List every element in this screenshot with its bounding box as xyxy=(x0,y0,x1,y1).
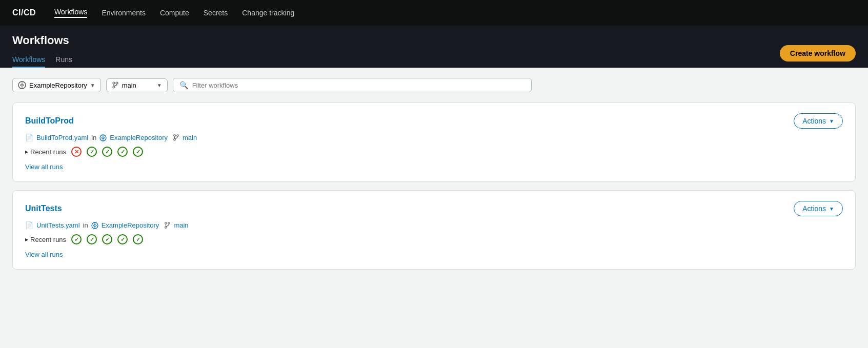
workflow-file-1[interactable]: UnitTests.yaml xyxy=(36,221,80,229)
svg-point-12 xyxy=(165,222,167,224)
run-status-1-1: ✓ xyxy=(87,234,97,244)
run-status-0-2: ✓ xyxy=(102,147,112,157)
create-workflow-button[interactable]: Create workflow xyxy=(780,45,856,62)
view-all-runs-link-0[interactable]: View all runs xyxy=(25,163,63,171)
nav-link-compute[interactable]: Compute xyxy=(160,9,189,17)
run-status-1-4: ✓ xyxy=(133,234,143,244)
repository-icon xyxy=(18,81,26,89)
recent-runs-label-0: ▶ Recent runs xyxy=(25,148,66,156)
svg-point-13 xyxy=(165,227,167,229)
actions-button-1[interactable]: Actions ▼ xyxy=(794,201,843,216)
run-status-0-1: ✓ xyxy=(87,147,97,157)
branch-icon-meta-0 xyxy=(173,134,179,141)
file-icon-1: 📄 xyxy=(25,221,33,229)
workflow-in-label-1: in xyxy=(83,221,88,229)
workflow-name-0[interactable]: BuildToProd xyxy=(25,116,74,126)
recent-runs-label-1: ▶ Recent runs xyxy=(25,236,66,243)
workflow-branch-link-0[interactable]: main xyxy=(183,134,197,141)
run-status-0-3: ✓ xyxy=(117,147,128,157)
sub-header-left: Workflows Workflows Runs xyxy=(12,34,83,68)
top-nav: CI/CD Workflows Environments Compute Sec… xyxy=(0,0,868,26)
repo-chevron-icon: ▼ xyxy=(90,83,95,88)
search-input[interactable] xyxy=(192,81,525,89)
view-all-runs-link-1[interactable]: View all runs xyxy=(25,251,63,258)
workflow-file-0[interactable]: BuildToProd.yaml xyxy=(36,134,88,141)
workflow-meta-1: 📄 UnitTests.yaml in ExampleRepository xyxy=(25,221,843,229)
sub-tabs: Workflows Runs xyxy=(12,52,83,68)
repo-icon-meta-1 xyxy=(91,222,98,229)
branch-chevron-icon: ▼ xyxy=(157,83,162,88)
nav-link-change-tracking[interactable]: Change tracking xyxy=(242,9,294,17)
svg-point-4 xyxy=(116,82,118,84)
repo-icon xyxy=(18,81,26,89)
run-status-0-4: ✓ xyxy=(133,147,143,157)
tab-runs[interactable]: Runs xyxy=(55,52,72,68)
svg-point-9 xyxy=(177,135,179,137)
workflow-repo-link-1[interactable]: ExampleRepository xyxy=(102,221,159,229)
workflow-card-1: UnitTests Actions ▼ 📄 UnitTests.yaml in … xyxy=(12,190,856,270)
workflow-in-label-0: in xyxy=(91,134,96,141)
nav-link-workflows[interactable]: Workflows xyxy=(54,8,87,18)
svg-point-8 xyxy=(174,139,176,141)
search-icon: 🔍 xyxy=(179,81,188,89)
branch-icon-meta-1 xyxy=(164,222,171,229)
recent-runs-row-1: ▶ Recent runs ✓✓✓✓✓ xyxy=(25,234,843,244)
view-all-container-0: View all runs xyxy=(25,162,843,171)
repository-dropdown[interactable]: ExampleRepository ▼ xyxy=(12,78,101,92)
tab-workflows[interactable]: Workflows xyxy=(12,52,45,68)
file-icon-0: 📄 xyxy=(25,134,33,141)
workflow-cards-container: BuildToProd Actions ▼ 📄 BuildToProd.yaml… xyxy=(12,103,856,270)
workflow-meta-0: 📄 BuildToProd.yaml in ExampleRepository xyxy=(25,134,843,141)
page-title: Workflows xyxy=(12,34,83,47)
actions-button-0[interactable]: Actions ▼ xyxy=(794,113,843,129)
triangle-icon-1: ▶ xyxy=(25,237,28,242)
svg-point-2 xyxy=(113,82,115,84)
nav-link-environments[interactable]: Environments xyxy=(102,9,146,17)
brand-logo: CI/CD xyxy=(12,8,36,17)
workflow-card-header-1: UnitTests Actions ▼ xyxy=(25,201,843,216)
actions-chevron-icon-1: ▼ xyxy=(829,206,834,212)
branch-icon-svg xyxy=(112,81,119,89)
main-content: ExampleRepository ▼ main ▼ 🔍 BuildT xyxy=(0,68,868,288)
nav-link-secrets[interactable]: Secrets xyxy=(204,9,228,17)
workflow-card-header-0: BuildToProd Actions ▼ xyxy=(25,113,843,129)
branch-label: main xyxy=(122,81,136,89)
triangle-icon-0: ▶ xyxy=(25,150,28,154)
workflow-branch-link-1[interactable]: main xyxy=(174,221,188,229)
run-status-1-3: ✓ xyxy=(117,234,128,244)
actions-chevron-icon-0: ▼ xyxy=(829,118,834,124)
run-status-0-0: ✕ xyxy=(71,147,82,157)
view-all-container-1: View all runs xyxy=(25,250,843,259)
workflow-repo-link-0[interactable]: ExampleRepository xyxy=(110,134,168,141)
svg-point-7 xyxy=(174,135,176,137)
svg-point-3 xyxy=(113,86,115,88)
branch-icon xyxy=(112,81,119,89)
svg-point-14 xyxy=(168,222,170,224)
run-status-1-0: ✓ xyxy=(71,234,82,244)
branch-dropdown[interactable]: main ▼ xyxy=(106,78,168,92)
sub-header: Workflows Workflows Runs Create workflow xyxy=(0,26,868,68)
filters-row: ExampleRepository ▼ main ▼ 🔍 xyxy=(12,78,856,92)
repository-label: ExampleRepository xyxy=(29,81,87,89)
search-box: 🔍 xyxy=(173,78,532,92)
repo-icon-meta-0 xyxy=(99,134,107,141)
workflow-card-0: BuildToProd Actions ▼ 📄 BuildToProd.yaml… xyxy=(12,103,856,182)
workflow-name-1[interactable]: UnitTests xyxy=(25,204,62,213)
run-status-1-2: ✓ xyxy=(102,234,112,244)
recent-runs-row-0: ▶ Recent runs ✕✓✓✓✓ xyxy=(25,147,843,157)
